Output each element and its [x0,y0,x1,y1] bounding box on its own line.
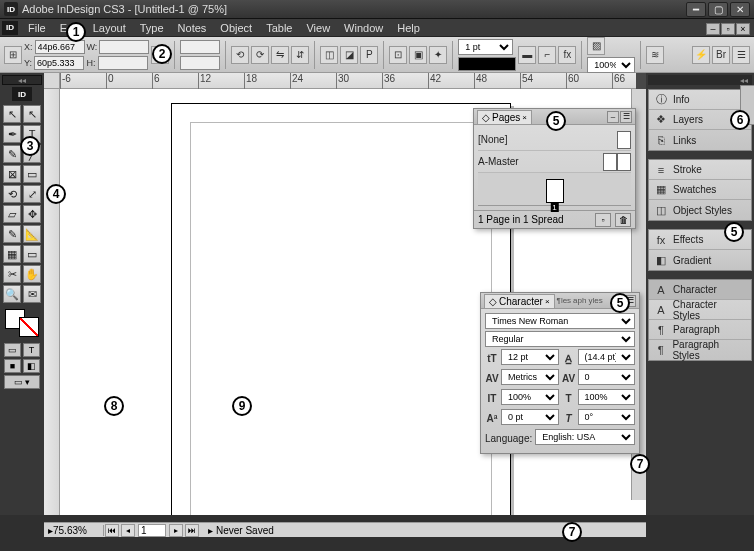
menu-file[interactable]: File [21,20,53,36]
dock-collapse-tab[interactable] [740,85,754,125]
dock-item-layers[interactable]: ❖Layers [649,110,751,130]
doc-minimize-button[interactable]: – [706,23,720,35]
formatting-container-button[interactable]: ▭ [4,343,21,357]
bridge-icon[interactable]: Br [712,46,730,64]
page-number-field[interactable] [138,524,166,537]
prev-page-button[interactable]: ◂ [121,524,135,537]
dock-item-object-styles[interactable]: ◫Object Styles [649,200,751,220]
gradient-tool[interactable]: ▦ [3,245,21,263]
delete-page-button[interactable]: 🗑 [615,213,631,227]
menu-table[interactable]: Table [259,20,299,36]
minimize-button[interactable]: ━ [686,2,706,17]
apply-gradient-button[interactable]: ◧ [23,359,40,373]
character-tab[interactable]: ◇ Character × [484,294,555,308]
app-menu-icon[interactable]: ID [2,21,18,35]
free-transform-tool[interactable]: ✥ [23,205,41,223]
x-field[interactable] [35,40,85,54]
stroke-weight-select[interactable]: 1 pt [458,39,513,55]
note-tool[interactable]: ✉ [23,285,41,303]
master-a-row[interactable]: A-Master [478,151,631,173]
baseline-select[interactable]: 0 pt [501,409,559,425]
last-page-button[interactable]: ⏭ [185,524,199,537]
pages-panel[interactable]: ◇ Pages × – ☰ [None] A-Master 1 Page in … [473,108,636,229]
flip-vertical-button[interactable]: ⇵ [291,46,309,64]
kerning-select[interactable]: Metrics [501,369,559,385]
menu-notes[interactable]: Notes [171,20,214,36]
selection-tool[interactable]: ↖ [3,105,21,123]
opacity-select[interactable]: 100% [587,57,635,73]
flip-horizontal-button[interactable]: ⇋ [271,46,289,64]
vertical-ruler[interactable] [44,89,60,515]
dock-item-stroke[interactable]: ≡Stroke [649,160,751,180]
reference-point-proxy[interactable]: ⊞ [4,46,22,64]
tracking-select[interactable]: 0 [578,369,636,385]
dock-item-paragraph-styles[interactable]: ¶Paragraph Styles [649,340,751,360]
quick-apply-icon[interactable]: ⚡ [692,46,710,64]
character-panel[interactable]: ◇ Character × ¶les aph yles ☰ Times New … [480,292,640,454]
new-page-button[interactable]: ▫ [595,213,611,227]
type-tool[interactable]: T [23,125,41,143]
rotate-tool[interactable]: ⟲ [3,185,21,203]
pages-tab[interactable]: ◇ Pages × [477,110,532,124]
zoom-field[interactable]: ▸ 75.63% [44,525,104,536]
effects-icon[interactable]: fx [558,46,576,64]
view-mode-button[interactable]: ▭ ▾ [4,375,40,389]
close-icon[interactable]: × [545,297,550,306]
stroke-swatch[interactable] [19,317,39,337]
page[interactable] [171,103,511,515]
hscale-select[interactable]: 100% [578,389,636,405]
direct-selection-tool[interactable]: ↖ [23,105,41,123]
scale-tool[interactable]: ⤢ [23,185,41,203]
page-1-thumb[interactable] [546,179,564,203]
menu-object[interactable]: Object [213,20,259,36]
hand-tool[interactable]: ✋ [23,265,41,283]
tools-panel-handle[interactable]: ◂◂ [2,75,42,85]
pages-panel-header[interactable]: ◇ Pages × – ☰ [474,109,635,125]
pencil-tool[interactable]: ✎ [3,145,21,163]
w-field[interactable] [99,40,149,54]
maximize-button[interactable]: ▢ [708,2,728,17]
minimize-panel-button[interactable]: – [607,111,619,123]
pathfinder-icon[interactable]: P [360,46,378,64]
dock-item-character[interactable]: ACharacter [649,280,751,300]
rotate-cw-button[interactable]: ⟳ [251,46,269,64]
pen-tool[interactable]: ✒ [3,125,21,143]
spread-area[interactable] [478,173,631,206]
language-select[interactable]: English: USA [535,429,635,445]
rectangle-tool[interactable]: ▭ [23,165,41,183]
constrain-proportions-icon[interactable]: ⛓ [151,46,169,64]
scissors-tool[interactable]: ✂ [3,265,21,283]
line-tool[interactable]: ╱ [23,145,41,163]
shear-tool[interactable]: ▱ [3,205,21,223]
character-panel-header[interactable]: ◇ Character × ¶les aph yles ☰ [481,293,639,309]
close-button[interactable]: ✕ [730,2,750,17]
close-icon[interactable]: × [522,113,527,122]
dock-item-gradient[interactable]: ◧Gradient [649,250,751,270]
button-tool[interactable]: ▭ [23,245,41,263]
dock-item-character-styles[interactable]: ACharacter Styles [649,300,751,320]
menu-edit[interactable]: Edit [53,20,86,36]
vscale-select[interactable]: 100% [501,389,559,405]
dock-item-info[interactable]: ⓘInfo [649,90,751,110]
select-content-button[interactable]: ◪ [340,46,358,64]
horizontal-ruler[interactable]: -60612182430364248546066 [60,73,646,89]
menu-window[interactable]: Window [337,20,390,36]
scale-x-field[interactable] [180,40,220,54]
dock-item-links[interactable]: ⎘Links [649,130,751,150]
text-wrap-icon[interactable]: ≋ [646,46,664,64]
menu-view[interactable]: View [299,20,337,36]
h-field[interactable] [98,56,148,70]
select-container-button[interactable]: ◫ [320,46,338,64]
dock-item-paragraph[interactable]: ¶Paragraph [649,320,751,340]
zoom-tool[interactable]: 🔍 [3,285,21,303]
leading-select[interactable]: (14.4 pt) [578,349,636,365]
panel-menu-button[interactable]: ☰ [620,111,632,123]
dock-handle[interactable]: ◂◂ [648,75,752,85]
stroke-style-swatch[interactable] [458,57,516,71]
font-size-select[interactable]: 12 pt [501,349,559,365]
first-page-button[interactable]: ⏮ [105,524,119,537]
dock-item-swatches[interactable]: ▦Swatches [649,180,751,200]
ruler-origin[interactable] [44,73,60,89]
panel-menu-button[interactable]: ☰ [624,295,636,307]
panel-menu-icon[interactable]: ☰ [732,46,750,64]
